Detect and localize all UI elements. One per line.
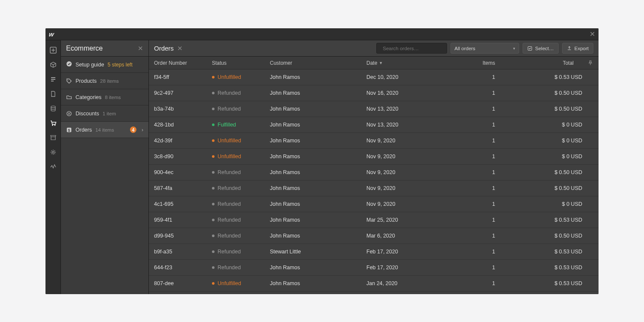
close-icon[interactable]: ✕ xyxy=(590,31,595,38)
cell-total: $ 0.53 USD xyxy=(495,249,593,255)
cell-items: 1 xyxy=(452,90,495,96)
svg-point-4 xyxy=(52,151,54,153)
sidebar-header: Ecommerce ✕ xyxy=(61,40,148,57)
sidebar-setup-guide[interactable]: Setup guide 5 steps left xyxy=(61,57,148,73)
cell-date: Jan 24, 2020 xyxy=(366,280,452,286)
cell-customer: John Ramos xyxy=(270,74,366,80)
cell-order: d99-945 xyxy=(154,233,212,239)
svg-point-2 xyxy=(52,125,53,126)
cell-order: 807-dee xyxy=(154,280,212,286)
col-header-customer[interactable]: Customer xyxy=(270,60,366,66)
table-row[interactable]: 4c1-695RefundedJohn RamosNov 9, 20201$ 0… xyxy=(149,196,599,212)
rail-activity-icon[interactable] xyxy=(48,162,58,172)
rail-store-icon[interactable] xyxy=(48,132,58,143)
sidebar-panel: Ecommerce ✕ Setup guide 5 steps left Pro… xyxy=(61,40,149,294)
status-text: Refunded xyxy=(218,185,241,191)
search-field[interactable] xyxy=(383,46,446,51)
cell-customer: John Ramos xyxy=(270,201,366,207)
cell-customer: John Ramos xyxy=(270,217,366,223)
status-text: Unfulfilled xyxy=(218,280,241,286)
sidebar-item-meta: 8 items xyxy=(105,95,121,100)
orders-content: Orders ✕ All orders ▾ Select… Export xyxy=(149,40,599,294)
cell-date: Mar 6, 2020 xyxy=(366,233,452,239)
col-header-items[interactable]: Items xyxy=(452,60,495,66)
cell-total: $ 0.53 USD xyxy=(495,217,593,223)
status-text: Refunded xyxy=(218,249,241,255)
table-row[interactable]: 3c8-d90UnfulfilledJohn RamosNov 9, 20201… xyxy=(149,149,599,165)
cell-customer: John Ramos xyxy=(270,233,366,239)
cell-status: Unfulfilled xyxy=(212,153,270,159)
status-text: Unfulfilled xyxy=(218,138,241,144)
status-text: Refunded xyxy=(218,90,241,96)
export-button-label: Export xyxy=(574,46,589,51)
rail-list-icon[interactable] xyxy=(48,74,58,84)
rail-page-icon[interactable] xyxy=(48,89,58,99)
pin-icon[interactable] xyxy=(587,60,593,66)
table-row[interactable]: f34-5ffUnfulfilledJohn RamosDec 10, 2020… xyxy=(149,69,599,85)
cell-status: Refunded xyxy=(212,90,270,96)
status-dot-icon xyxy=(212,235,215,237)
cell-customer: John Ramos xyxy=(270,153,366,159)
rail-add-icon[interactable] xyxy=(48,45,58,55)
status-text: Refunded xyxy=(218,169,241,175)
rail-gear-icon[interactable] xyxy=(48,147,58,157)
cell-status: Refunded xyxy=(212,169,270,175)
cell-customer: John Ramos xyxy=(270,138,366,144)
cell-customer: John Ramos xyxy=(270,185,366,191)
sidebar-items: Products28 itemsCategories8 itemsDiscoun… xyxy=(61,73,148,138)
sidebar-item-products[interactable]: Products28 items xyxy=(61,73,148,89)
select-rows-button[interactable]: Select… xyxy=(523,43,558,54)
sidebar-item-meta: 1 item xyxy=(103,111,116,116)
sidebar-item-discounts[interactable]: Discounts1 item xyxy=(61,105,148,122)
status-dot-icon xyxy=(212,187,215,190)
col-header-order[interactable]: Order Number xyxy=(154,60,212,66)
table-row[interactable]: 9c2-497RefundedJohn RamosNov 16, 20201$ … xyxy=(149,85,599,101)
rail-cart-icon[interactable] xyxy=(48,118,58,128)
cell-total: $ 0.50 USD xyxy=(495,185,593,191)
table-row[interactable]: 807-deeUnfulfilledJohn RamosJan 24, 2020… xyxy=(149,276,599,292)
sidebar-item-categories[interactable]: Categories8 items xyxy=(61,89,148,105)
table-row[interactable]: 428-1bdFulfilledJohn RamosNov 13, 20201$… xyxy=(149,117,599,133)
cell-customer: Stewart Little xyxy=(270,249,366,255)
sidebar-item-orders[interactable]: $Orders14 items4› xyxy=(61,122,148,138)
orders-search-input[interactable] xyxy=(376,43,447,54)
col-header-status[interactable]: Status xyxy=(212,60,270,66)
cell-total: $ 0.53 USD xyxy=(495,265,593,271)
export-button[interactable]: Export xyxy=(562,43,593,54)
table-row[interactable]: 959-4f1RefundedJohn RamosMar 25, 20201$ … xyxy=(149,212,599,228)
sidebar-item-meta: 14 items xyxy=(95,127,114,132)
rail-database-icon[interactable] xyxy=(48,103,58,114)
cell-status: Refunded xyxy=(212,217,270,223)
orders-filter-select[interactable]: All orders ▾ xyxy=(450,43,519,54)
col-header-date[interactable]: Date ▼ xyxy=(366,60,452,66)
cell-total: $ 0.53 USD xyxy=(495,280,593,286)
cell-total: $ 0 USD xyxy=(495,122,593,128)
status-dot-icon xyxy=(212,266,215,269)
sidebar-title: Ecommerce xyxy=(66,45,138,52)
table-row[interactable]: 42d-39fUnfulfilledJohn RamosNov 9, 20201… xyxy=(149,133,599,149)
table-row[interactable]: b9f-a35RefundedStewart LittleFeb 17, 202… xyxy=(149,244,599,260)
status-text: Fulfilled xyxy=(218,122,236,128)
table-row[interactable]: 587-4faRefundedJohn RamosNov 9, 20201$ 0… xyxy=(149,181,599,196)
cell-items: 1 xyxy=(452,169,495,175)
cell-date: Feb 17, 2020 xyxy=(366,249,452,255)
table-row[interactable]: 900-4ecRefundedJohn RamosNov 9, 20201$ 0… xyxy=(149,165,599,181)
table-row[interactable]: 644-f23RefundedJohn RamosFeb 17, 20201$ … xyxy=(149,260,599,276)
rail-box-icon[interactable] xyxy=(48,60,58,70)
col-header-total[interactable]: Total xyxy=(495,60,585,66)
cell-order: 900-4ec xyxy=(154,169,212,175)
folder-icon xyxy=(66,94,72,100)
select-caret-icon: ▾ xyxy=(513,46,515,51)
cell-total: $ 0 USD xyxy=(495,153,593,159)
cell-order: 644-f23 xyxy=(154,265,212,271)
orders-table-header: Order Number Status Customer Date ▼ Item… xyxy=(149,57,599,69)
table-row[interactable]: d99-945RefundedJohn RamosMar 6, 20201$ 0… xyxy=(149,228,599,244)
cell-status: Unfulfilled xyxy=(212,74,270,80)
cell-customer: John Ramos xyxy=(270,122,366,128)
cell-status: Refunded xyxy=(212,265,270,271)
orders-close-icon[interactable]: ✕ xyxy=(177,45,183,52)
cell-items: 1 xyxy=(452,249,495,255)
status-dot-icon xyxy=(212,108,215,110)
table-row[interactable]: b3a-74bRefundedJohn RamosNov 13, 20201$ … xyxy=(149,101,599,117)
sidebar-close-icon[interactable]: ✕ xyxy=(138,45,143,52)
